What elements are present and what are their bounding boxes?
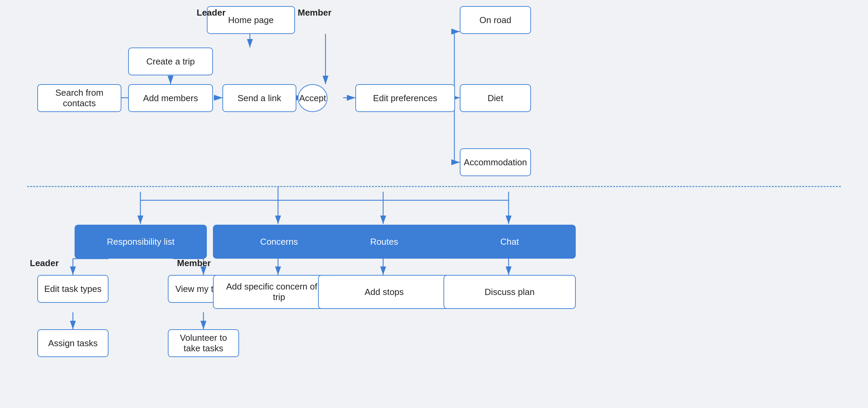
diet-label: Diet [488, 93, 503, 104]
accommodation-label: Accommodation [464, 157, 527, 168]
leader-label-top: Leader [197, 7, 225, 18]
assign-tasks-label: Assign tasks [48, 338, 98, 349]
responsibility-list-node: Responsibility list [75, 225, 207, 259]
accept-label: Accept [299, 93, 326, 104]
create-trip-node: Create a trip [128, 48, 213, 75]
on-road-node: On road [460, 6, 531, 34]
send-link-label: Send a link [238, 93, 281, 104]
chat-node: Chat [443, 225, 576, 259]
on-road-label: On road [479, 15, 511, 25]
discuss-plan-label: Discuss plan [485, 287, 534, 297]
edit-task-types-node: Edit task types [37, 275, 108, 303]
add-stops-label: Add stops [364, 287, 404, 297]
volunteer-tasks-node: Volunteer to take tasks [168, 329, 239, 357]
search-contacts-node: Search from contacts [37, 84, 121, 112]
accept-node: Accept [298, 84, 328, 112]
member-label-bottom: Member [177, 258, 211, 268]
add-members-label: Add members [143, 93, 198, 104]
accommodation-node: Accommodation [460, 148, 531, 176]
discuss-plan-node: Discuss plan [443, 275, 576, 309]
edit-preferences-label: Edit preferences [373, 93, 437, 104]
concerns-label: Concerns [260, 237, 298, 247]
member-label-top: Member [298, 7, 332, 18]
diagram-container: Home page Leader Member Create a trip Se… [0, 0, 868, 408]
routes-label: Routes [370, 237, 398, 247]
section-divider [27, 186, 841, 187]
edit-task-types-label: Edit task types [44, 284, 101, 294]
assign-tasks-node: Assign tasks [37, 329, 108, 357]
add-stops-node: Add stops [318, 275, 450, 309]
responsibility-list-label: Responsibility list [107, 237, 174, 247]
leader-label-bottom: Leader [30, 258, 59, 268]
send-link-node: Send a link [222, 84, 296, 112]
routes-node: Routes [318, 225, 450, 259]
search-contacts-label: Search from contacts [44, 88, 115, 109]
create-trip-label: Create a trip [146, 56, 195, 67]
add-members-node: Add members [128, 84, 213, 112]
volunteer-tasks-label: Volunteer to take tasks [175, 333, 232, 354]
edit-preferences-node: Edit preferences [355, 84, 455, 112]
chat-label: Chat [500, 237, 519, 247]
homepage-label: Home page [228, 15, 274, 25]
diet-node: Diet [460, 84, 531, 112]
